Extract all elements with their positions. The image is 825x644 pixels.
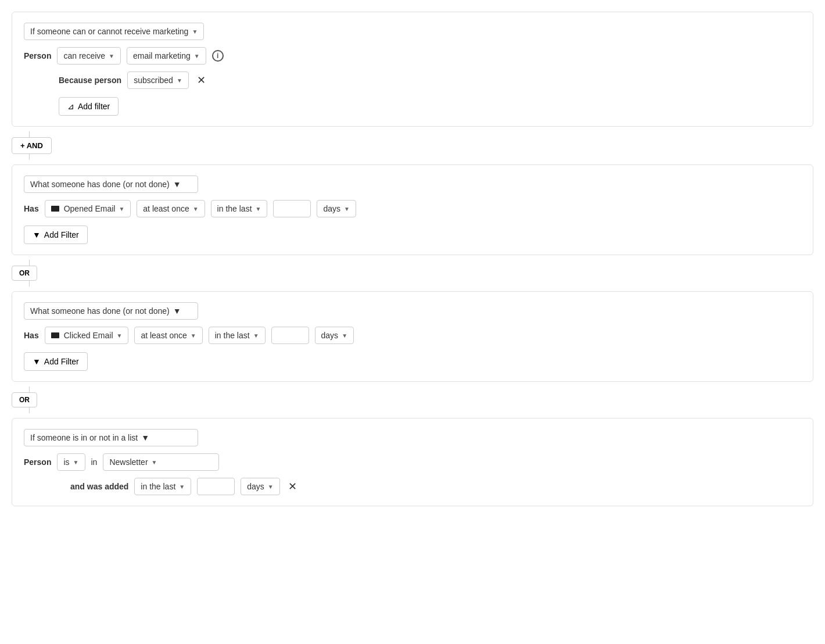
list-dropdown-row: If someone is in or not in a list ▼ — [24, 429, 801, 446]
or-connector-1: OR — [12, 260, 813, 287]
what-done-chevron-1: ▼ — [173, 180, 181, 189]
time-chevron-1: ▼ — [256, 206, 261, 212]
email-marketing-chevron: ▼ — [194, 53, 200, 59]
and-connector: + AND — [12, 131, 813, 160]
action-dropdown-2[interactable]: Clicked Email ▼ — [45, 327, 129, 344]
remove-because-button[interactable]: ✕ — [195, 74, 208, 87]
newsletter-label: Newsletter — [109, 457, 148, 467]
days-label-3: days — [247, 482, 264, 491]
has-label-1: Has — [24, 204, 39, 213]
add-filter-label-2: Add Filter — [44, 230, 79, 239]
or-connector-2: OR — [12, 387, 813, 413]
section-list: If someone is in or not in a list ▼ Pers… — [12, 418, 813, 506]
subscribed-dropdown[interactable]: subscribed ▼ — [127, 71, 189, 89]
frequency-label-2: at least once — [141, 331, 186, 340]
action-chevron-2: ▼ — [117, 332, 123, 339]
action-label-2: Clicked Email — [64, 331, 113, 340]
frequency-dropdown-2[interactable]: at least once ▼ — [134, 327, 202, 344]
add-filter-row-3: ▼ Add Filter — [24, 344, 801, 371]
can-receive-dropdown[interactable]: can receive ▼ — [57, 47, 121, 65]
time-dropdown-2[interactable]: in the last ▼ — [209, 327, 266, 344]
what-done-label-1: What someone has done (or not done) — [30, 180, 170, 189]
days-label-1: days — [323, 204, 340, 213]
add-filter-button-3[interactable]: ▼ Add Filter — [24, 352, 88, 371]
days-label-2: days — [321, 331, 339, 340]
days-chevron-3: ▼ — [268, 484, 274, 490]
days-dropdown-2[interactable]: days ▼ — [315, 327, 354, 344]
newsletter-dropdown[interactable]: Newsletter ▼ — [103, 453, 219, 471]
days-dropdown-1[interactable]: days ▼ — [317, 200, 356, 217]
what-done-dropdown-1[interactable]: What someone has done (or not done) ▼ — [24, 176, 198, 193]
what-done-chevron-2: ▼ — [173, 306, 181, 316]
is-chevron: ▼ — [73, 459, 79, 466]
or-label-2: OR — [19, 396, 30, 404]
subscribed-label: subscribed — [134, 76, 173, 85]
time-label-2: in the last — [215, 331, 250, 340]
list-type-dropdown[interactable]: If someone is in or not in a list ▼ — [24, 429, 198, 446]
or-button-1[interactable]: OR — [12, 266, 37, 281]
has-row-1: Has Opened Email ▼ at least once ▼ in th… — [24, 200, 801, 217]
days-dropdown-3[interactable]: days ▼ — [241, 478, 279, 495]
days-count-input-3[interactable]: 45 — [197, 478, 235, 495]
or-line-top-1 — [29, 260, 30, 266]
and-label: + AND — [20, 141, 43, 150]
marketing-type-dropdown[interactable]: If someone can or cannot receive marketi… — [24, 23, 204, 40]
person-row-2: Person is ▼ in Newsletter ▼ — [24, 453, 801, 471]
list-type-label: If someone is in or not in a list — [30, 433, 138, 442]
marketing-type-label: If someone can or cannot receive marketi… — [30, 27, 188, 36]
time-dropdown-1[interactable]: in the last ▼ — [211, 200, 268, 217]
filter-icon-1: ⊿ — [67, 102, 74, 111]
days-count-input-2[interactable]: 90 — [271, 327, 309, 344]
time-label-1: in the last — [217, 204, 252, 213]
because-row: Because person subscribed ▼ ✕ — [24, 71, 801, 89]
added-time-dropdown[interactable]: in the last ▼ — [134, 478, 191, 495]
list-type-chevron: ▼ — [141, 433, 149, 442]
frequency-label-1: at least once — [143, 204, 189, 213]
main-container: If someone can or cannot receive marketi… — [12, 12, 813, 506]
what-done-dropdown-row-1: What someone has done (or not done) ▼ — [24, 176, 801, 193]
is-label: is — [63, 457, 69, 467]
what-done-dropdown-2[interactable]: What someone has done (or not done) ▼ — [24, 302, 198, 320]
can-receive-label: can receive — [63, 51, 105, 60]
is-dropdown[interactable]: is ▼ — [57, 453, 85, 471]
filter-icon-2: ▼ — [33, 230, 41, 239]
action-label-1: Opened Email — [64, 204, 116, 213]
marketing-type-chevron: ▼ — [192, 28, 198, 35]
days-chevron-2: ▼ — [342, 332, 347, 339]
remove-added-button[interactable]: ✕ — [286, 480, 299, 493]
subscribed-chevron: ▼ — [177, 77, 182, 84]
days-chevron-1: ▼ — [344, 206, 350, 212]
and-button[interactable]: + AND — [12, 137, 52, 154]
section-marketing: If someone can or cannot receive marketi… — [12, 12, 813, 127]
person-row: Person can receive ▼ email marketing ▼ i — [24, 47, 801, 65]
or-line-bottom-2 — [29, 407, 30, 413]
add-filter-button-1[interactable]: ⊿ Add filter — [59, 97, 119, 116]
or-line-top-2 — [29, 387, 30, 392]
has-label-2: Has — [24, 331, 39, 340]
added-time-label: in the last — [141, 482, 175, 491]
section-opened-email: What someone has done (or not done) ▼ Ha… — [12, 164, 813, 255]
in-label: in — [91, 457, 98, 467]
add-filter-row-2: ▼ Add Filter — [24, 217, 801, 244]
frequency-chevron-1: ▼ — [193, 206, 199, 212]
action-dropdown-1[interactable]: Opened Email ▼ — [45, 200, 131, 217]
info-icon[interactable]: i — [212, 50, 224, 62]
time-chevron-2: ▼ — [253, 332, 259, 339]
days-count-input-1[interactable]: 90 — [273, 200, 311, 217]
or-button-2[interactable]: OR — [12, 392, 37, 407]
add-filter-label-1: Add filter — [78, 102, 110, 111]
has-row-2: Has Clicked Email ▼ at least once ▼ in t… — [24, 327, 801, 344]
email-marketing-dropdown[interactable]: email marketing ▼ — [127, 47, 206, 65]
add-filter-button-2[interactable]: ▼ Add Filter — [24, 226, 88, 244]
or-line-bottom-1 — [29, 281, 30, 287]
frequency-dropdown-1[interactable]: at least once ▼ — [137, 200, 205, 217]
added-time-chevron: ▼ — [179, 484, 185, 490]
and-line-bottom — [29, 154, 30, 160]
email-marketing-label: email marketing — [133, 51, 191, 60]
filter-icon-3: ▼ — [33, 357, 41, 366]
newsletter-chevron: ▼ — [152, 459, 157, 466]
person-label: Person — [24, 51, 51, 60]
and-was-added-row: and was added in the last ▼ 45 days ▼ ✕ — [24, 478, 801, 495]
frequency-chevron-2: ▼ — [191, 332, 196, 339]
marketing-dropdown-row: If someone can or cannot receive marketi… — [24, 23, 801, 40]
